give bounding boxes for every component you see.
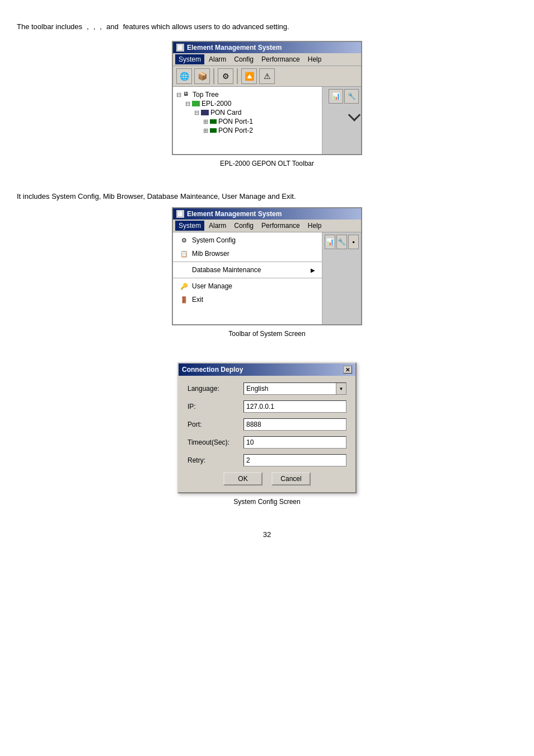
conn-cancel-button[interactable]: Cancel	[271, 472, 311, 486]
conn-ok-button[interactable]: OK	[223, 472, 263, 486]
menu-sep1	[173, 262, 322, 262]
conn-body: Language: English ▼ IP: Port: Timeout(Se…	[179, 376, 355, 492]
intro-comma1: ,	[87, 22, 89, 31]
menu-item-mib-browser[interactable]: 📋 Mib Browser	[173, 247, 322, 260]
toolbar-sep1	[213, 68, 214, 84]
conn-close-button[interactable]: ✕	[343, 366, 352, 374]
ems-window2: 🖥 Element Management System System Alarm…	[172, 207, 362, 325]
menu-alarm[interactable]: Alarm	[205, 54, 229, 64]
win2-menubar: System Alarm Config Performance Help	[173, 220, 361, 232]
ems-window2-section: 🖥 Element Management System System Alarm…	[17, 207, 517, 349]
conn-ip-row: IP:	[188, 400, 346, 413]
win1-toolbar: 🌐 📦 ⚙ 🔼 ⚠	[173, 66, 361, 87]
win1-content: ⊟ 🖥 Top Tree ⊟ EPL-2000 ⊟ PON Card ⊞	[173, 87, 361, 154]
conn-ip-label: IP:	[188, 403, 243, 410]
menu2-system[interactable]: System	[175, 221, 204, 231]
menu-sep2	[173, 278, 322, 278]
tree-ponport1: ⊞ PON Port-1	[203, 117, 318, 126]
menu-item-system-config[interactable]: ⚙ System Config	[173, 234, 322, 247]
conn-port-row: Port:	[188, 418, 346, 431]
tree-poncard-label: PON Card	[210, 109, 241, 116]
toolbar-btn-globe[interactable]: 🌐	[176, 68, 192, 84]
win2-body: ⚙ System Config 📋 Mib Browser Database M…	[173, 232, 361, 324]
panel2-icon-2[interactable]: 🔧	[336, 235, 347, 249]
toolbar-btn-warning[interactable]: ⚠	[259, 68, 275, 84]
win2-menu-dropdown: ⚙ System Config 📋 Mib Browser Database M…	[173, 232, 322, 324]
win1-right-panel: 📊 🔧	[322, 87, 361, 154]
win1-menubar: System Alarm Config Performance Help	[173, 53, 361, 66]
conn-timeout-row: Timeout(Sec):	[188, 436, 346, 449]
conn-language-value: English	[244, 384, 336, 394]
ems-window1-section: 🖥 Element Management System System Alarm…	[17, 41, 517, 179]
tree-epl-label: EPL-2000	[202, 100, 231, 108]
db-maintenance-arrow: ▶	[311, 267, 315, 273]
intro-comma2: ,	[93, 22, 96, 31]
mib-browser-label: Mib Browser	[192, 250, 229, 258]
conn-deploy-section: Connection Deploy ✕ Language: English ▼ …	[17, 362, 517, 517]
root-node-icon: 🖥	[183, 91, 191, 99]
ponport1-icon	[210, 119, 217, 124]
intro-and: and	[106, 22, 119, 31]
conn-timeout-input[interactable]	[243, 436, 346, 449]
menu-performance[interactable]: Performance	[258, 54, 303, 64]
menu-config[interactable]: Config	[231, 54, 257, 64]
conn-language-row: Language: English ▼	[188, 382, 346, 395]
conn-retry-input[interactable]	[243, 454, 346, 466]
conn-retry-row: Retry:	[188, 454, 346, 466]
intro-end: features which allows users to do advanc…	[123, 22, 289, 31]
user-manage-icon: 🔑	[180, 282, 189, 291]
menu-system[interactable]: System	[175, 54, 204, 64]
expand-epl[interactable]: ⊟	[185, 100, 190, 108]
expand-poncard[interactable]: ⊟	[194, 109, 199, 116]
win2-caption: Toolbar of System Screen	[228, 330, 305, 338]
tree-ponport2-label: PON Port-2	[218, 127, 253, 134]
expand-ponport1[interactable]: ⊞	[203, 118, 208, 125]
menu2-performance[interactable]: Performance	[258, 221, 303, 231]
system-config-icon: ⚙	[180, 236, 189, 245]
panel-icon-2[interactable]: 🔧	[344, 89, 359, 104]
win1-titlebar: 🖥 Element Management System	[173, 42, 361, 53]
conn-ip-input[interactable]	[243, 400, 346, 413]
menu2-alarm[interactable]: Alarm	[205, 221, 229, 231]
win2-title: Element Management System	[187, 210, 282, 218]
exit-icon: 🚪	[180, 295, 189, 304]
conn-port-input[interactable]	[243, 418, 346, 431]
tree-root-label: Top Tree	[193, 91, 219, 99]
intro-comma3: ,	[100, 22, 102, 31]
toolbar-btn-settings[interactable]: ⚙	[218, 68, 233, 84]
win2-titlebar: 🖥 Element Management System	[173, 208, 361, 220]
tree-ponport1-label: PON Port-1	[218, 118, 253, 125]
poncard-icon	[201, 110, 209, 115]
conn-title: Connection Deploy	[182, 366, 243, 374]
win1-tree: ⊟ 🖥 Top Tree ⊟ EPL-2000 ⊟ PON Card ⊞	[173, 87, 322, 154]
expand-root[interactable]: ⊟	[176, 91, 181, 99]
conn-retry-label: Retry:	[188, 456, 243, 464]
menu-item-db-maintenance[interactable]: Database Maintenance ▶	[173, 263, 322, 277]
panel-icon-1[interactable]: 📊	[329, 89, 343, 104]
toolbar-btn-device[interactable]: 📦	[194, 68, 210, 84]
expand-ponport2[interactable]: ⊞	[203, 127, 208, 134]
conn-language-arrow[interactable]: ▼	[336, 383, 346, 394]
ponport2-icon	[210, 128, 217, 133]
tree-poncard: ⊟ PON Card	[194, 108, 318, 117]
menu2-config[interactable]: Config	[231, 221, 257, 231]
menu-spacer	[173, 306, 322, 323]
conn-timeout-label: Timeout(Sec):	[188, 438, 243, 446]
panel2-icon-1[interactable]: 📊	[325, 235, 335, 249]
mib-browser-icon: 📋	[180, 249, 189, 258]
db-maintenance-label: Database Maintenance	[192, 266, 261, 274]
win2-title-icon: 🖥	[176, 210, 184, 218]
toolbar-btn-upload[interactable]: 🔼	[241, 68, 257, 84]
menu-item-user-manage[interactable]: 🔑 User Manage	[173, 279, 322, 293]
conn-titlebar: Connection Deploy ✕	[179, 363, 355, 376]
panel2-icon-3[interactable]: ▪	[348, 235, 359, 249]
menu-help[interactable]: Help	[305, 54, 325, 64]
conn-language-select[interactable]: English ▼	[243, 382, 346, 395]
tree-root: ⊟ 🖥 Top Tree	[176, 90, 318, 99]
title-icon: 🖥	[176, 44, 184, 52]
menu2-help[interactable]: Help	[305, 221, 325, 231]
menu-item-exit[interactable]: 🚪 Exit	[173, 293, 322, 306]
win2-right-panel: 📊 🔧 ▪	[322, 232, 361, 324]
intro-text: The toolbar includes , , , and features …	[17, 22, 517, 31]
epl-node-icon	[192, 101, 200, 106]
